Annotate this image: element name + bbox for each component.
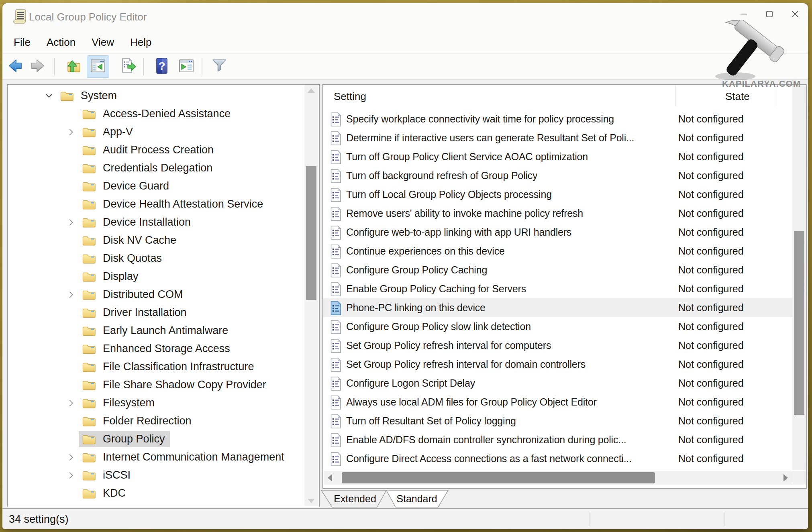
tree-item[interactable]: Filesystem — [8, 394, 305, 412]
minimize-button[interactable] — [731, 3, 757, 26]
tree-item[interactable]: System — [8, 87, 305, 105]
close-button[interactable] — [782, 3, 808, 26]
chevron-spacer — [64, 271, 78, 282]
forward-button[interactable] — [28, 55, 47, 78]
setting-state: Not configured — [678, 170, 744, 181]
list-row[interactable]: Determine if interactive users can gener… — [323, 128, 792, 147]
arrow-left-icon — [6, 57, 24, 76]
list-row[interactable]: Enable Group Policy Caching for ServersN… — [323, 279, 792, 298]
list-row[interactable]: Configure web-to-app linking with app UR… — [323, 223, 792, 242]
tree-item[interactable]: File Classification Infrastructure — [8, 358, 305, 376]
list-row[interactable]: Set Group Policy refresh interval for do… — [323, 355, 792, 374]
list-row[interactable]: Turn off background refresh of Group Pol… — [323, 166, 792, 185]
tree-item-content: Device Health Attestation Service — [79, 196, 268, 212]
chevron-right-icon[interactable] — [64, 289, 78, 300]
list-row-selected[interactable]: Phone-PC linking on this deviceNot confi… — [323, 298, 792, 317]
tree-item[interactable]: iSCSI — [8, 466, 305, 484]
hscrollbar-thumb[interactable] — [342, 472, 655, 483]
tree-item[interactable]: Internet Communication Management — [8, 448, 305, 466]
tree-item-selected[interactable]: Group Policy — [8, 430, 305, 448]
list-row[interactable]: Turn off Resultant Set of Policy logging… — [323, 412, 792, 430]
list-row[interactable]: Always use local ADM files for Group Pol… — [323, 393, 792, 412]
list-horizontal-scrollbar[interactable] — [324, 471, 792, 485]
back-button[interactable] — [6, 55, 25, 78]
tab-extended[interactable]: Extended — [329, 490, 381, 507]
scroll-down-icon[interactable] — [308, 499, 315, 503]
list-row[interactable]: Continue experiences on this deviceNot c… — [323, 242, 792, 261]
scroll-left-icon[interactable] — [328, 474, 332, 481]
tree-item-label: Enhanced Storage Access — [103, 342, 230, 355]
show-console-tree-button[interactable] — [87, 55, 109, 78]
statusbar-divider — [589, 512, 590, 526]
tab-standard[interactable]: Standard — [391, 490, 443, 507]
list-row[interactable]: Turn off Local Group Policy Objects proc… — [323, 185, 792, 204]
tree-item[interactable]: Device Guard — [8, 177, 305, 195]
tree-item[interactable]: Folder Redirection — [8, 412, 305, 430]
tree-item[interactable]: Device Health Attestation Service — [8, 195, 305, 213]
tree-item[interactable]: Device Installation — [8, 213, 305, 231]
scroll-up-icon[interactable] — [308, 88, 315, 93]
chevron-right-icon[interactable] — [64, 397, 78, 409]
tree-item[interactable]: File Share Shadow Copy Provider — [8, 376, 305, 394]
list-row[interactable]: Remove users' ability to invoke machine … — [323, 204, 792, 223]
scroll-right-icon[interactable] — [783, 474, 788, 481]
list-row[interactable]: Enable AD/DFS domain controller synchron… — [323, 430, 792, 449]
help-button[interactable]: ? — [152, 55, 171, 78]
filter-button[interactable] — [210, 55, 229, 78]
arrow-right-icon — [29, 57, 47, 76]
maximize-button[interactable] — [757, 3, 782, 26]
folder-icon — [82, 253, 96, 264]
column-header-state[interactable]: State — [725, 85, 750, 106]
column-divider[interactable] — [675, 86, 676, 106]
chevron-right-icon[interactable] — [64, 452, 78, 463]
tree-item[interactable]: Early Launch Antimalware — [8, 322, 305, 340]
statusbar-divider — [724, 512, 725, 526]
list-row[interactable]: Configure Logon Script DelayNot configur… — [323, 374, 792, 393]
column-header-setting[interactable]: Setting — [334, 85, 366, 106]
tree-item[interactable]: Disk Quotas — [8, 249, 305, 267]
chevron-down-icon[interactable] — [42, 90, 56, 102]
title-bar[interactable]: Local Group Policy Editor — [2, 3, 808, 31]
setting-state: Not configured — [678, 132, 744, 144]
menu-item-action[interactable]: Action — [39, 31, 84, 53]
tree-item-label: Device Health Attestation Service — [103, 198, 263, 210]
export-list-button[interactable] — [119, 55, 138, 78]
setting-state: Not configured — [678, 283, 744, 295]
tree-item[interactable]: Credentials Delegation — [8, 159, 305, 177]
tree-vertical-scrollbar[interactable] — [304, 85, 318, 506]
tree-item[interactable]: Audit Process Creation — [8, 141, 305, 159]
tree-item[interactable]: Access-Denied Assistance — [8, 105, 305, 123]
tree-item[interactable]: App-V — [8, 123, 305, 141]
tree-item[interactable]: Distributed COM — [8, 285, 305, 304]
list-row[interactable]: Turn off Group Policy Client Service AOA… — [323, 147, 792, 166]
tree-item-content: Device Guard — [79, 178, 174, 194]
folder-icon — [82, 397, 96, 409]
list-row[interactable]: Configure Group Policy slow link detecti… — [323, 317, 792, 336]
up-one-level-button[interactable] — [64, 55, 84, 78]
tree-item[interactable]: KDC — [8, 484, 305, 502]
list-scrollbar-thumb[interactable] — [794, 231, 804, 415]
menu-item-help[interactable]: Help — [122, 31, 159, 53]
tree-item-content: Group Policy — [79, 431, 170, 447]
tree-item[interactable]: Enhanced Storage Access — [8, 340, 305, 358]
tree-item[interactable]: Disk NV Cache — [8, 231, 305, 249]
chevron-right-icon[interactable] — [64, 126, 78, 138]
list-row[interactable]: Specify workplace connectivity wait time… — [323, 110, 792, 128]
tree-item[interactable] — [8, 502, 305, 507]
list-vertical-scrollbar[interactable] — [792, 86, 806, 470]
setting-name: Turn off background refresh of Group Pol… — [346, 170, 537, 181]
tree-item[interactable]: Display — [8, 267, 305, 285]
column-divider[interactable] — [775, 86, 775, 106]
chevron-right-icon[interactable] — [64, 470, 78, 481]
list-row[interactable]: Configure Group Policy CachingNot config… — [323, 261, 792, 279]
list-row[interactable]: Set Group Policy refresh interval for co… — [323, 336, 792, 355]
tree-item[interactable]: Driver Installation — [8, 304, 305, 322]
show-action-pane-button[interactable] — [177, 55, 196, 78]
menu-item-view[interactable]: View — [84, 31, 122, 53]
list-row[interactable]: Configure Direct Access connections as a… — [323, 449, 792, 468]
tree-item-content: App-V — [79, 124, 138, 140]
menu-item-file[interactable]: File — [6, 31, 39, 53]
chevron-right-icon[interactable] — [64, 217, 78, 228]
tree-scrollbar-thumb[interactable] — [306, 166, 316, 300]
folder-icon — [82, 343, 96, 355]
